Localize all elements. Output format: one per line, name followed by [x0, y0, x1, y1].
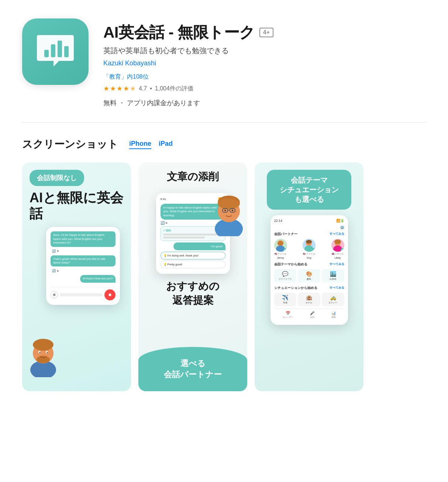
chat-controls: ⚙ ⏹ [51, 287, 116, 300]
rating-value: 4.7 [139, 85, 147, 92]
screenshot2-top-text: 文章の添削 [167, 170, 219, 184]
rating-row: ★ ★ ★ ★ ★ 4.7 • 1,004件の評価 [103, 85, 273, 93]
tab-iphone[interactable]: iPhone [129, 140, 151, 149]
star-rating: ★ ★ ★ ★ ★ [103, 85, 136, 93]
taxi-icon: 🚕 [330, 295, 336, 300]
libby-avatar: ▶ [331, 239, 344, 252]
app-title: AI英会話 - 無限トーク [103, 22, 255, 43]
nav-conversation[interactable]: 🎤 会話 [310, 311, 314, 319]
svg-point-22 [278, 241, 283, 245]
situation-airport[interactable]: ✈️ 空港 [274, 293, 297, 306]
star-1: ★ [103, 85, 109, 93]
jenny-play-btn[interactable]: ▶ [283, 248, 287, 252]
suggestion-1: 💡 I'm doing well, thank you! [161, 252, 225, 259]
screenshot-2: 文章の添削 [138, 162, 247, 391]
screenshot-1: 会話制限なし AIと無限に英会話 [22, 162, 131, 391]
screenshots-header: スクリーンショット iPhone iPad [22, 137, 426, 151]
age-badge: 4+ [259, 28, 273, 37]
libby-play-btn[interactable]: ▶ [341, 248, 344, 252]
svg-rect-3 [64, 46, 69, 57]
svg-point-25 [306, 240, 312, 244]
topic-hometown[interactable]: 🏙️ 出身地 [322, 269, 344, 283]
theme-phone-status: 22:14 📶🔋 [274, 219, 344, 223]
svg-rect-0 [44, 50, 49, 57]
app-icon-wrapper [22, 18, 89, 85]
topic-hobby[interactable]: 🎨 趣味 [298, 269, 320, 283]
guy-avatar: ▶ [303, 239, 316, 252]
screenshots-gallery: 会話制限なし AIと無限に英会話 [22, 162, 426, 391]
bottom-shape-text: 選べる会話パートナー [164, 358, 222, 380]
airport-icon: ✈️ [282, 295, 288, 300]
translate-row-1: 🔄▶ [51, 249, 116, 253]
audio-bar [60, 293, 103, 296]
translate-row-2: 🔄▶ [51, 269, 116, 272]
chat-area-1: Sure, I'd be happy to talk about English… [51, 231, 116, 283]
nav-calendar[interactable]: 📅 カレンダー [282, 311, 293, 319]
svg-rect-2 [58, 41, 62, 57]
settings-btn[interactable]: ⚙ [51, 291, 58, 299]
phone-mockup-1: Sure, I'd be happy to talk about English… [46, 227, 120, 304]
tab-ipad[interactable]: iPad [159, 140, 173, 149]
app-category[interactable]: 「教育」内108位 [103, 73, 273, 81]
theme-bubble: 会話テーマ シチュエーション も選べる [267, 170, 352, 210]
calendar-icon: 📅 [286, 311, 290, 315]
app-info: AI英会話 - 無限トーク 4+ 英語や英単語も初心者でも勉強できる Kazuk… [103, 18, 273, 107]
record-btn[interactable]: ⏹ [104, 289, 116, 300]
svg-rect-1 [51, 44, 55, 57]
bottom-text-line1: おすすめの [166, 279, 220, 293]
svg-point-15 [218, 199, 240, 209]
chat-msg-3: Hi Kazu! How are you? [80, 275, 116, 282]
section-situations-title: シチュエーションから始める すべてみる [274, 286, 344, 290]
partner-libby: ▶ 🇬🇧 イギリス Libby [331, 239, 344, 259]
section-topics-title: 会話テーマから始める すべてみる [274, 262, 344, 267]
svg-point-6 [33, 339, 54, 351]
screenshot1-bubble-top: 会話制限なし [30, 170, 84, 186]
situation-hotel[interactable]: 🏨 ホテル [298, 293, 320, 306]
rating-separator: • [150, 85, 152, 92]
star-3: ★ [117, 85, 123, 93]
svg-point-19 [224, 210, 226, 211]
suggestion-2: 💡 Pretty good! [161, 261, 225, 268]
star-2: ★ [110, 85, 116, 93]
topic-freetalk[interactable]: 💬 フリートーク [274, 269, 297, 283]
partner-guy: ▶ 🇺🇸 アメリカ Guy [303, 239, 316, 259]
partner-row: ▶ 🇺🇸 アメリカ Jenny ▶ [274, 239, 344, 259]
svg-point-20 [232, 210, 233, 211]
screenshots-title: スクリーンショット [22, 137, 118, 151]
chat-msg-1: Sure, I'd be happy to talk about English… [51, 231, 116, 247]
svg-point-7 [37, 356, 50, 363]
app-developer[interactable]: Kazuki Kobayashi [103, 59, 273, 67]
section-partners-title: 会話パートナー すべてみる [274, 232, 344, 237]
theme-phone: 22:14 📶🔋 ⚙️ 会話パートナー すべてみる [270, 215, 348, 325]
screenshots-section: スクリーンショット iPhone iPad 会話制限なし AIと無限に英会話 [0, 123, 448, 391]
person-avatar-2 [212, 185, 245, 238]
situation-grid: ✈️ 空港 🏨 ホテル 🚕 タクシー [274, 293, 344, 306]
svg-point-11 [47, 352, 48, 353]
partner-jenny: ▶ 🇺🇸 アメリカ Jenny [274, 239, 287, 259]
nav-results[interactable]: 📊 成績 [331, 311, 336, 319]
hobby-icon: 🎨 [306, 271, 312, 277]
results-icon: 📊 [331, 311, 336, 315]
screenshot-3: 会話テーマ シチュエーション も選べる 22:14 📶🔋 ⚙️ 会話パートナー … [255, 162, 363, 391]
star-4: ★ [123, 85, 129, 93]
bottom-text-line2: 返答提案 [166, 293, 220, 307]
hometown-icon: 🏙️ [330, 271, 336, 277]
screenshot2-bottom-text: おすすめの 返答提案 [166, 279, 220, 307]
user-reply: I'm good [173, 242, 225, 250]
settings-icon: ⚙️ [274, 225, 344, 230]
price-row: 無料 ・ アプリ内課金があります [103, 99, 273, 107]
device-tabs: iPhone iPad [129, 140, 173, 149]
screenshot1-big-text: AIと無限に英会話 [30, 190, 124, 221]
topic-grid: 💬 フリートーク 🎨 趣味 🏙️ 出身地 [274, 269, 344, 283]
chat-msg-2: That's great! What would you like to tal… [51, 255, 116, 267]
rating-count: 1,004件の評価 [155, 85, 193, 93]
jenny-avatar: ▶ [274, 239, 287, 252]
app-header: AI英会話 - 無限トーク 4+ 英語や英単語も初心者でも勉強できる Kazuk… [0, 0, 448, 122]
guy-play-btn[interactable]: ▶ [312, 248, 316, 252]
situation-taxi[interactable]: 🚕 タクシー [322, 293, 344, 306]
person-avatar-1 [28, 329, 59, 379]
phone-bottom-bar: 📅 カレンダー 🎤 会話 📊 成績 [274, 309, 344, 321]
svg-point-28 [334, 240, 341, 244]
bottom-teal-shape: 選べる会話パートナー [138, 347, 247, 391]
app-title-row: AI英会話 - 無限トーク 4+ [103, 22, 273, 43]
